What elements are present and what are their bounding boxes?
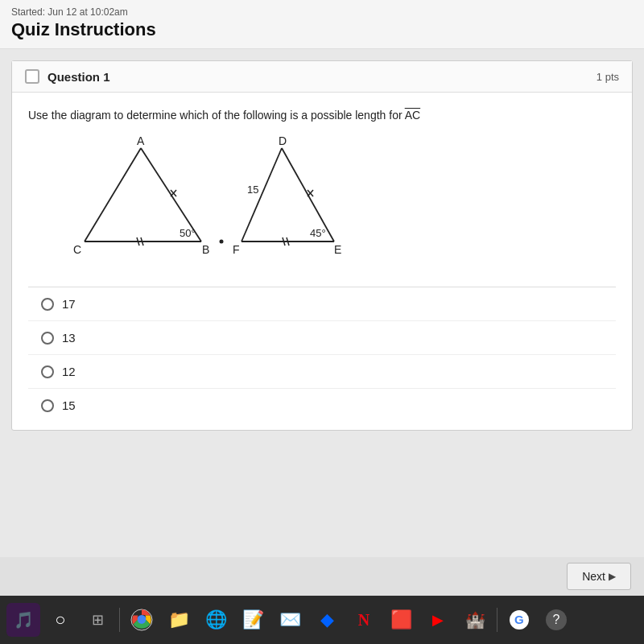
mail-icon: ✉️ — [279, 609, 301, 630]
question-header: Question 1 1 pts — [12, 61, 632, 93]
taskbar-mail[interactable]: ✉️ — [273, 603, 307, 637]
taskbar-sticky-notes[interactable]: 📝 — [236, 603, 270, 637]
question-card: Question 1 1 pts Use the diagram to dete… — [11, 60, 633, 431]
music-icon: 🎵 — [14, 610, 34, 630]
question-body: Use the diagram to determine which of th… — [12, 93, 632, 430]
search-circle-icon: ○ — [55, 609, 65, 630]
answer-text-1: 17 — [62, 297, 76, 311]
chrome-icon — [130, 609, 153, 631]
svg-line-0 — [85, 148, 141, 242]
question-header-left: Question 1 — [25, 69, 110, 84]
taskbar-netflix[interactable]: N — [347, 603, 381, 637]
question-checkbox[interactable] — [25, 69, 39, 84]
svg-line-8 — [282, 148, 334, 242]
office-icon: 🟥 — [390, 609, 412, 630]
radio-2[interactable] — [41, 332, 54, 345]
help-icon: ? — [546, 609, 567, 630]
angle-e-label: 45° — [310, 227, 326, 239]
answer-options: 17 13 12 15 — [28, 287, 616, 422]
bottom-nav-bar: Next ▶ — [0, 557, 644, 596]
widgets-icon: ⊞ — [92, 611, 104, 629]
svg-text:G: G — [514, 613, 524, 626]
youtube-icon: ▶ — [432, 611, 444, 629]
answer-option-4[interactable]: 15 — [28, 388, 616, 422]
vertex-e-label: E — [334, 243, 341, 256]
quiz-title: Quiz Instructions — [11, 19, 633, 40]
radio-3[interactable] — [41, 365, 54, 378]
header: Started: Jun 12 at 10:02am Quiz Instruct… — [0, 0, 644, 49]
geometry-diagram: A B C 50° — [44, 138, 350, 267]
answer-text-3: 12 — [62, 365, 76, 378]
files-icon: 📁 — [168, 609, 190, 630]
google-g-icon: G — [509, 609, 530, 630]
edge-icon: 🌐 — [205, 609, 227, 630]
taskbar: 🎵 ○ ⊞ 📁 🌐 📝 — [0, 596, 644, 644]
taskbar-files[interactable]: 📁 — [162, 603, 196, 637]
vertex-f-label: F — [233, 243, 240, 256]
sticky-notes-icon: 📝 — [242, 609, 264, 630]
taskbar-widgets[interactable]: ⊞ — [80, 603, 114, 637]
angle-b-label: 50° — [180, 227, 196, 239]
vertex-d-label: D — [279, 134, 287, 147]
taskbar-music[interactable]: 🎵 — [6, 603, 40, 637]
started-text: Started: Jun 12 at 10:02am — [11, 6, 633, 18]
netflix-icon: N — [358, 611, 369, 630]
answer-option-1[interactable]: 17 — [28, 287, 616, 320]
vertex-c-label: C — [73, 243, 81, 256]
vertex-a-label: A — [137, 134, 145, 147]
question-text-part1: Use the diagram to determine which of th… — [28, 109, 405, 122]
taskbar-office[interactable]: 🟥 — [384, 603, 418, 637]
taskbar-edge[interactable]: 🌐 — [199, 603, 233, 637]
disney-icon: 🏰 — [465, 610, 485, 630]
taskbar-divider-2 — [497, 608, 497, 632]
screen: Started: Jun 12 at 10:02am Quiz Instruct… — [0, 0, 644, 644]
svg-point-14 — [220, 240, 224, 244]
answer-option-2[interactable]: 13 — [28, 320, 616, 354]
taskbar-help[interactable]: ? — [539, 603, 573, 637]
taskbar-search[interactable]: ○ — [43, 603, 77, 637]
question-text: Use the diagram to determine which of th… — [28, 107, 616, 124]
radio-4[interactable] — [41, 399, 54, 412]
answer-option-3[interactable]: 12 — [28, 354, 616, 388]
dropbox-icon: ◆ — [320, 609, 334, 630]
taskbar-dropbox[interactable]: ◆ — [310, 603, 344, 637]
points-label: 1 pts — [597, 71, 619, 83]
radio-1[interactable] — [41, 298, 54, 311]
main-content: Question 1 1 pts Use the diagram to dete… — [0, 49, 644, 584]
taskbar-disney[interactable]: 🏰 — [458, 603, 492, 637]
ac-label: AC — [405, 109, 420, 122]
next-arrow-icon: ▶ — [609, 571, 616, 582]
next-label: Next — [582, 570, 605, 583]
side-df-label: 15 — [247, 184, 258, 196]
answer-text-2: 13 — [62, 331, 76, 345]
question-label: Question 1 — [47, 70, 110, 84]
vertex-b-label: B — [202, 243, 209, 256]
next-button[interactable]: Next ▶ — [567, 563, 631, 590]
answer-text-4: 15 — [62, 398, 76, 412]
taskbar-chrome[interactable] — [125, 603, 159, 637]
taskbar-divider-1 — [119, 608, 120, 632]
svg-point-17 — [138, 616, 146, 624]
taskbar-google[interactable]: G — [502, 603, 536, 637]
diagram-container: A B C 50° — [28, 138, 616, 267]
taskbar-youtube[interactable]: ▶ — [421, 603, 455, 637]
